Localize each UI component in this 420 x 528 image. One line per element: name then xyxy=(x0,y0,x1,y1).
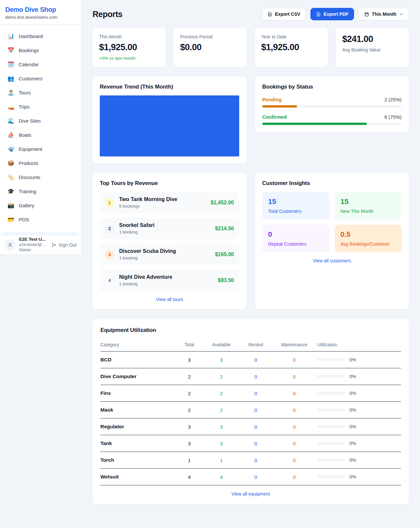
export-pdf-label: Export PDF xyxy=(324,11,348,17)
view-all-customers-link[interactable]: View all customers xyxy=(262,258,402,263)
insight-value: 15 xyxy=(341,197,396,206)
sidebar: Demo Dive Shop demo.test.divestreams.com… xyxy=(0,0,81,255)
shop-name: Demo Dive Shop xyxy=(5,6,76,13)
stat-value: $241.00 xyxy=(342,34,402,44)
insight-value: 0 xyxy=(268,230,324,239)
column-header-total: Total xyxy=(176,338,202,352)
cell-rented: 0 xyxy=(240,418,271,435)
avatar xyxy=(5,239,16,251)
sidebar-item[interactable]: 📅 Bookings xyxy=(3,43,78,57)
sidebar-item[interactable]: 📸 Gallery xyxy=(3,198,78,212)
export-csv-label: Export CSV xyxy=(275,11,300,17)
period-selector[interactable]: This Month xyxy=(359,8,409,20)
rank-badge: 1 xyxy=(105,198,114,207)
status-bars: Pending 2 (25%) Confirmed 6 (75%) xyxy=(262,97,402,125)
sidebar-item[interactable]: 💳 POS xyxy=(3,213,78,226)
cell-category: Fins xyxy=(100,385,176,402)
utilization-percent: 0% xyxy=(349,374,356,379)
cell-maintenance: 0 xyxy=(271,352,317,368)
tour-name: Night Dive Adventure xyxy=(119,274,172,280)
tour-bookings: 1 booking xyxy=(119,230,155,234)
sidebar-item[interactable]: 🌊 Dive Sites xyxy=(3,114,78,128)
cell-total: 3 xyxy=(176,418,202,435)
cell-maintenance: 0 xyxy=(271,418,317,435)
utilization-bar-track xyxy=(317,476,345,478)
cell-maintenance: 0 xyxy=(271,435,317,452)
sidebar-item[interactable]: 🚤 Trips xyxy=(3,100,78,113)
tour-row: 4 Night Dive Adventure 1 booking $93.50 xyxy=(100,270,239,291)
cell-available: 3 xyxy=(202,435,240,452)
cell-category: Torch xyxy=(100,452,176,469)
tour-bookings: 1 booking xyxy=(119,255,176,260)
utilization-bar-track xyxy=(317,392,345,395)
top-tours-title: Top Tours by Revenue xyxy=(100,180,239,187)
sidebar-item-label: Equipment xyxy=(19,146,42,152)
sidebar-item[interactable]: 🎓 Training xyxy=(3,184,78,198)
sidebar-item-icon: 🗓️ xyxy=(7,62,14,67)
sidebar-item-icon: ⛵ xyxy=(7,132,14,138)
utilization-percent: 0% xyxy=(349,441,356,446)
stat-delta: +0% vs last month xyxy=(99,56,159,61)
equipment-utilization-title: Equipment Utilization xyxy=(100,327,401,334)
sidebar-item-label: Products xyxy=(19,160,38,166)
view-all-tours-link[interactable]: View all tours xyxy=(100,297,239,302)
cell-category: Dive Computer xyxy=(100,368,176,385)
sidebar-item[interactable]: 🏷️ Discounts xyxy=(3,170,78,184)
tour-revenue: $93.50 xyxy=(218,277,234,283)
cell-available: 3 xyxy=(202,418,240,435)
insight-tile: 0 Repeat Customers xyxy=(262,225,329,252)
rank-badge: 4 xyxy=(105,276,114,285)
tour-name: Snorkel Safari xyxy=(119,222,155,228)
sign-out-button[interactable]: Sign Out xyxy=(52,242,76,248)
cell-category: Tank xyxy=(100,435,176,452)
revenue-trend-title: Revenue Trend (This Month) xyxy=(100,84,239,90)
cell-category: Regulator xyxy=(100,418,176,435)
tour-revenue: $214.50 xyxy=(215,226,234,232)
cell-rented: 0 xyxy=(240,452,271,469)
stat-value: $1,925.00 xyxy=(99,42,159,52)
sidebar-item[interactable]: 🏝️ Tours xyxy=(3,86,78,99)
cell-maintenance: 0 xyxy=(271,402,317,418)
cell-available: 2 xyxy=(202,385,240,402)
status-label: Confirmed xyxy=(262,114,287,120)
utilization-bar-track xyxy=(317,442,345,445)
sidebar-item-label: Discounts xyxy=(19,174,40,180)
sidebar-item-label: POS xyxy=(19,217,29,222)
sidebar-item-label: Boats xyxy=(19,132,31,138)
sidebar-item[interactable]: 🗓️ Calendar xyxy=(3,57,78,71)
revenue-trend-bar-chart xyxy=(100,95,239,156)
file-download-icon xyxy=(267,12,272,17)
sidebar-item-icon: 🎓 xyxy=(7,189,14,194)
sidebar-item-reports-partial[interactable] xyxy=(3,232,78,234)
sidebar-item[interactable]: 📦 Products xyxy=(3,156,78,170)
sidebar-item[interactable]: ⛵ Boats xyxy=(3,128,78,142)
view-all-equipment-link[interactable]: View all equipment xyxy=(100,491,401,497)
revenue-trend-card: Revenue Trend (This Month) xyxy=(93,76,246,164)
sidebar-item[interactable]: 🤿 Equipment xyxy=(3,142,78,156)
bookings-by-status-card: Bookings by Status Pending 2 (25%) xyxy=(255,76,409,132)
status-bar-fill xyxy=(262,105,297,108)
sidebar-item-label: Calendar xyxy=(19,62,39,67)
export-csv-button[interactable]: Export CSV xyxy=(262,8,306,20)
chevron-down-icon xyxy=(399,12,403,16)
stat-delta xyxy=(342,56,402,56)
cell-utilization: 0% xyxy=(317,469,401,485)
table-row: Regulator 3 3 0 0 0% xyxy=(100,418,401,435)
export-pdf-button[interactable]: Export PDF xyxy=(310,8,354,20)
cell-available: 2 xyxy=(202,368,240,385)
customer-insights-card: Customer Insights 15 Total Customers 15 … xyxy=(255,173,409,309)
cell-available: 4 xyxy=(202,469,240,485)
sidebar-item-label: Trips xyxy=(19,104,30,110)
sidebar-item[interactable]: 📊 Dashboard xyxy=(3,29,78,43)
column-header-available: Available xyxy=(202,338,240,352)
status-bar-fill xyxy=(262,123,367,125)
status-label: Pending xyxy=(262,97,282,102)
stat-value: $0.00 xyxy=(180,42,240,52)
shop-header: Demo Dive Shop demo.test.divestreams.com xyxy=(0,0,81,25)
user-role: Owner xyxy=(19,248,48,253)
sidebar-item[interactable]: 👥 Customers xyxy=(3,71,78,85)
utilization-percent: 0% xyxy=(349,407,356,413)
user-name: E2E Test U... xyxy=(19,237,48,242)
stat-label: Avg Booking Value xyxy=(342,47,402,52)
stat-value: $1,925.00 xyxy=(261,42,321,52)
